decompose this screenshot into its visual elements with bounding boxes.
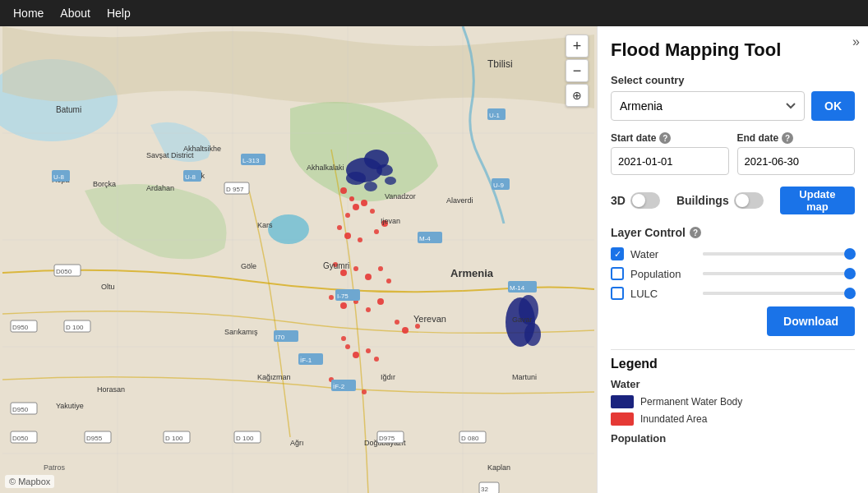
right-panel: » Flood Mapping Tool Select country Arme… — [597, 26, 868, 493]
legend-water-label: Water — [611, 378, 855, 390]
end-date-group: End date ? — [737, 132, 856, 175]
toggle-buildings[interactable] — [734, 192, 764, 209]
svg-point-21 — [361, 200, 367, 206]
svg-text:Oltu: Oltu — [101, 283, 115, 291]
svg-point-43 — [345, 344, 350, 349]
svg-text:Akhalkalaki: Akhalkalaki — [307, 164, 344, 172]
svg-point-20 — [345, 213, 350, 218]
svg-point-40 — [402, 327, 409, 334]
layer-checkbox-water[interactable] — [611, 247, 624, 260]
nav-home[interactable]: Home — [13, 7, 44, 20]
svg-point-16 — [385, 177, 396, 185]
svg-text:Batumi: Batumi — [56, 105, 81, 114]
start-date-input[interactable] — [611, 147, 729, 175]
legend-population-label: Population — [611, 432, 855, 445]
svg-text:Tbilisi: Tbilisi — [487, 58, 513, 70]
layer-row-population: Population — [611, 267, 855, 280]
update-map-button[interactable]: Update map — [780, 187, 855, 214]
svg-point-33 — [386, 279, 391, 283]
svg-text:D 100: D 100 — [236, 435, 254, 442]
svg-text:Yakutiye: Yakutiye — [56, 402, 84, 410]
svg-text:I70: I70 — [275, 334, 285, 341]
svg-text:Sarıkamış: Sarıkamış — [224, 328, 258, 336]
svg-text:Göle: Göle — [241, 262, 256, 270]
download-button[interactable]: Download — [767, 306, 855, 336]
toggle-3d[interactable] — [630, 192, 660, 209]
svg-text:I-75: I-75 — [337, 293, 349, 300]
layer-name-lulc: LULC — [630, 288, 696, 300]
svg-text:D050: D050 — [12, 435, 29, 442]
divider-1 — [611, 349, 855, 350]
map-area[interactable]: Tbilisi Armenia Yerevan Gyumri Gavar Bat… — [0, 26, 597, 493]
country-select[interactable]: Armenia Georgia Azerbaijan — [611, 91, 805, 121]
svg-text:Iğdır: Iğdır — [381, 373, 395, 381]
country-row: Armenia Georgia Azerbaijan OK — [611, 91, 855, 121]
layer-checkbox-population[interactable] — [611, 267, 624, 280]
svg-point-26 — [374, 229, 379, 234]
toggle-buildings-group: Buildings — [676, 192, 764, 209]
svg-text:D975: D975 — [379, 435, 395, 442]
mapbox-logo: © Mapbox — [5, 475, 54, 488]
svg-point-50 — [362, 389, 367, 394]
end-date-input[interactable] — [737, 147, 856, 175]
toggle-buildings-label: Buildings — [676, 194, 729, 207]
layer-slider-water[interactable] — [703, 252, 855, 256]
svg-point-39 — [395, 320, 399, 325]
start-date-group: Start date ? — [611, 132, 729, 175]
main-area: Tbilisi Armenia Yerevan Gyumri Gavar Bat… — [0, 26, 868, 493]
toggle-row: 3D Buildings Update map — [611, 187, 855, 214]
layer-name-population: Population — [630, 268, 696, 280]
zoom-out-button[interactable]: − — [566, 59, 589, 82]
slider-thumb-population — [844, 268, 856, 279]
toggle-3d-label: 3D — [611, 194, 626, 207]
layer-slider-lulc[interactable] — [703, 292, 855, 295]
svg-text:D 100: D 100 — [165, 435, 183, 442]
ok-button[interactable]: OK — [811, 91, 855, 121]
svg-point-35 — [340, 302, 347, 309]
nav-help[interactable]: Help — [107, 7, 131, 20]
svg-text:Vanadzor: Vanadzor — [385, 192, 416, 200]
svg-point-38 — [377, 298, 384, 305]
layer-row-water: Water — [611, 247, 855, 260]
legend-color-permanent-water — [611, 395, 634, 408]
svg-text:U-1: U-1 — [489, 112, 500, 119]
layer-row-lulc: LULC — [611, 287, 855, 300]
slider-thumb-lulc — [844, 288, 856, 299]
layer-control-title: Layer Control ? — [611, 226, 855, 239]
svg-text:Kars: Kars — [257, 221, 273, 229]
svg-text:Patros: Patros — [44, 463, 66, 472]
svg-text:U-8: U-8 — [185, 173, 196, 181]
svg-point-29 — [340, 270, 347, 276]
compass-button[interactable]: ⊕ — [566, 84, 589, 107]
legend-color-inundated — [611, 412, 634, 426]
start-date-help-icon[interactable]: ? — [659, 132, 671, 144]
svg-text:D050: D050 — [56, 268, 72, 275]
svg-point-24 — [344, 233, 351, 239]
svg-text:Horasan: Horasan — [97, 385, 125, 394]
svg-text:Ijevan: Ijevan — [381, 217, 400, 225]
svg-text:D950: D950 — [12, 406, 29, 413]
layer-control-help-icon[interactable]: ? — [690, 227, 701, 238]
layer-checkbox-lulc[interactable] — [611, 287, 624, 300]
end-date-help-icon[interactable]: ? — [782, 132, 793, 144]
nav-about[interactable]: About — [60, 7, 90, 20]
slider-thumb-water — [844, 248, 856, 260]
svg-point-37 — [366, 307, 371, 312]
svg-text:Alaverdi: Alaverdi — [446, 196, 473, 205]
svg-text:D 080: D 080 — [461, 435, 479, 442]
end-date-label: End date ? — [737, 132, 856, 144]
svg-point-45 — [366, 348, 371, 353]
svg-text:Kağızman: Kağızman — [257, 373, 291, 381]
svg-text:Ardahan: Ardahan — [146, 184, 174, 192]
panel-collapse-button[interactable]: » — [852, 35, 860, 49]
svg-text:D950: D950 — [12, 324, 29, 331]
svg-text:İF-1: İF-1 — [300, 357, 312, 364]
start-date-label: Start date ? — [611, 132, 729, 144]
svg-point-41 — [415, 324, 420, 329]
svg-point-32 — [378, 266, 383, 271]
toggle-3d-group: 3D — [611, 192, 660, 209]
svg-text:U-9: U-9 — [493, 182, 504, 189]
layer-slider-population[interactable] — [703, 272, 855, 275]
zoom-in-button[interactable]: + — [566, 35, 589, 58]
map-controls: + − ⊕ — [566, 35, 589, 107]
